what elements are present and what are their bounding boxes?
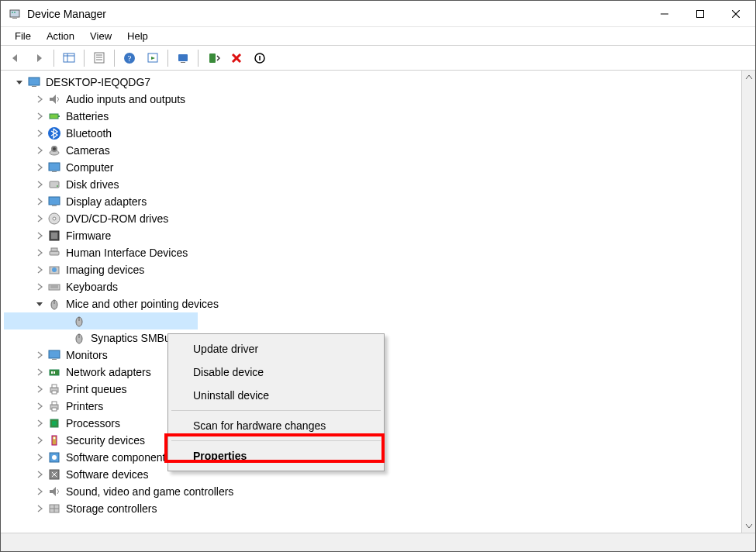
chevron-right-icon[interactable]: [33, 468, 46, 481]
chevron-right-icon[interactable]: [33, 229, 46, 242]
chevron-right-icon[interactable]: [33, 417, 46, 430]
tree-category-label: Print queues: [63, 382, 130, 396]
statusbar: [1, 533, 755, 551]
tree-category-label: Keyboards: [63, 280, 121, 294]
tree-category[interactable]: Bluetooth: [4, 125, 741, 142]
chevron-right-icon[interactable]: [33, 502, 46, 515]
tree-category-label: Processors: [63, 416, 123, 430]
menu-help[interactable]: Help: [119, 28, 156, 44]
tree-category[interactable]: Cameras: [4, 142, 741, 159]
chevron-right-icon[interactable]: [33, 451, 46, 464]
svg-rect-0: [10, 10, 19, 17]
chevron-right-icon[interactable]: [33, 161, 46, 174]
firmware-icon: [47, 229, 61, 243]
svg-point-71: [52, 455, 57, 460]
ctx-properties[interactable]: Properties: [170, 444, 382, 467]
context-menu: Update driver Disable device Uninstall d…: [167, 333, 385, 471]
imaging-icon: [47, 263, 61, 277]
svg-rect-41: [51, 233, 57, 239]
tree-category-label: Computer: [63, 160, 116, 174]
menu-view[interactable]: View: [82, 28, 119, 44]
vertical-scrollbar[interactable]: [741, 71, 755, 533]
ctx-disable-device[interactable]: Disable device: [170, 361, 382, 384]
chevron-right-icon[interactable]: [33, 485, 46, 498]
chevron-right-icon[interactable]: [33, 434, 46, 447]
chevron-right-icon[interactable]: [33, 281, 46, 293]
chevron-right-icon[interactable]: [33, 349, 46, 361]
menu-action[interactable]: Action: [39, 28, 82, 44]
chevron-right-icon[interactable]: [33, 93, 46, 105]
back-button[interactable]: [5, 47, 26, 69]
chevron-right-icon[interactable]: [33, 400, 46, 412]
tree-category-label: Security devices: [63, 433, 148, 447]
tree-category[interactable]: Keyboards: [4, 278, 741, 295]
scroll-up-button[interactable]: [742, 71, 755, 85]
disable-toolbar-button[interactable]: [249, 47, 271, 69]
tree-category-label: Batteries: [63, 109, 112, 123]
network-icon: [47, 365, 61, 379]
svg-rect-64: [52, 402, 57, 405]
chevron-right-icon[interactable]: [33, 127, 46, 140]
swdev-icon: [47, 467, 61, 481]
toolbar-separator: [167, 50, 168, 67]
context-menu-separator: [171, 410, 381, 411]
chevron-right-icon[interactable]: [33, 383, 46, 395]
update-driver-toolbar-button[interactable]: [202, 47, 224, 69]
help-toolbar-button[interactable]: ?: [119, 47, 140, 69]
maximize-button[interactable]: [682, 2, 718, 26]
properties-toolbar-button[interactable]: [88, 47, 110, 69]
bluetooth-icon: [47, 126, 61, 140]
dvd-icon: [47, 212, 61, 226]
ctx-uninstall-device[interactable]: Uninstall device: [170, 384, 382, 407]
security-icon: [47, 433, 61, 447]
tree-category[interactable]: Display adapters: [4, 193, 741, 210]
app-icon: [9, 8, 21, 20]
tree-root[interactable]: DESKTOP-IEQQDG7: [4, 74, 741, 91]
minimize-button[interactable]: [647, 2, 682, 26]
chevron-right-icon[interactable]: [33, 247, 46, 259]
chevron-right-icon[interactable]: [33, 264, 46, 276]
svg-rect-5: [697, 10, 704, 17]
chevron-right-icon[interactable]: [33, 110, 46, 122]
tree-category-label: Monitors: [63, 348, 111, 362]
tree-category[interactable]: Sound, video and game controllers: [4, 483, 741, 500]
scroll-down-button[interactable]: [742, 519, 755, 533]
action-toolbar-button[interactable]: [142, 47, 164, 69]
tree-category[interactable]: DVD/CD-ROM drives: [4, 210, 741, 227]
menu-file[interactable]: File: [7, 28, 39, 44]
tree-category[interactable]: Human Interface Devices: [4, 244, 741, 261]
svg-rect-32: [49, 163, 60, 171]
chevron-down-icon[interactable]: [33, 298, 46, 310]
tree-category[interactable]: Firmware: [4, 227, 741, 244]
forward-button[interactable]: [28, 47, 50, 69]
svg-text:?: ?: [128, 53, 132, 63]
show-hide-tree-button[interactable]: [58, 47, 80, 69]
tree-category[interactable]: Disk drives: [4, 176, 741, 193]
tree-category[interactable]: Imaging devices: [4, 261, 741, 278]
svg-rect-56: [52, 359, 57, 360]
tree-category[interactable]: Mice and other pointing devices: [4, 295, 741, 312]
display-icon: [47, 195, 61, 209]
tree-category-label: Display adapters: [63, 195, 150, 209]
svg-rect-43: [51, 248, 57, 251]
chevron-down-icon[interactable]: [13, 76, 26, 88]
tree-category[interactable]: Computer: [4, 159, 741, 176]
close-button[interactable]: [718, 2, 754, 26]
chevron-right-icon[interactable]: [33, 195, 46, 208]
chevron-right-icon[interactable]: [33, 366, 46, 378]
chevron-right-icon[interactable]: [33, 144, 46, 157]
chevron-right-icon[interactable]: [33, 212, 46, 225]
tree-category[interactable]: Audio inputs and outputs: [4, 91, 741, 108]
chevron-right-icon[interactable]: [33, 178, 46, 191]
ctx-scan-hardware[interactable]: Scan for hardware changes: [170, 414, 382, 437]
svg-rect-1: [12, 18, 17, 19]
tree-device[interactable]: [4, 312, 198, 329]
svg-point-35: [57, 185, 58, 187]
tree-category-label: Disk drives: [63, 178, 122, 191]
tree-category-label: Firmware: [63, 229, 114, 243]
ctx-update-driver[interactable]: Update driver: [170, 337, 382, 361]
scan-hardware-button[interactable]: [172, 47, 194, 69]
tree-category[interactable]: Batteries: [4, 108, 741, 125]
uninstall-toolbar-button[interactable]: [226, 47, 247, 69]
tree-category[interactable]: Storage controllers: [4, 500, 741, 517]
